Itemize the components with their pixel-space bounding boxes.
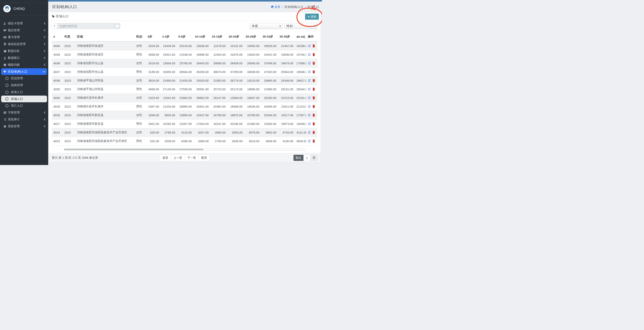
top-accent-bar [48,0,322,1]
edit-icon[interactable] [308,96,311,99]
cell-actions [306,67,318,76]
cell-age0: 3924.00 [146,76,160,85]
cell-age0: 532.00 [146,137,160,145]
delete-icon[interactable] [312,139,315,143]
sidebar: CHENQ 报告卡管理 随访管理 重卡管理 [0,0,48,165]
delete-icon[interactable] [312,131,315,134]
pie-chart-icon [3,49,6,52]
edit-icon[interactable] [308,113,311,117]
cell-id: 4029 [52,102,63,111]
edit-icon[interactable] [308,105,311,108]
population-table: # 年度 区域 性别 0岁 1-4岁 5-9岁 10-14岁 15-19岁 20… [52,32,318,146]
sidebar-item-system-mgmt[interactable]: 系统管理 [0,123,48,130]
cell-age35-39: 19036.00 [278,50,295,59]
cell-age10-14: 15447.00 [193,111,210,119]
sidebar-item-label: 重卡管理 [8,35,44,39]
cell-gender: 女性 [135,76,146,85]
sidebar-subitem-death-population[interactable]: 死亡人口 [0,102,48,109]
horizontal-scrollbar-thumb[interactable] [64,149,203,150]
record-summary: 显示 第 1 页/共 172 页 2056 条记录 [52,156,98,160]
prev-page-button[interactable]: 上一页 [171,154,185,161]
sidebar-item-duplicate-card[interactable]: 重卡管理 [0,34,48,41]
cell-age40-44: 21223.00 [295,102,306,111]
add-button[interactable]: + 添加 [305,13,319,20]
sidebar-item-report-card[interactable]: 报告卡管理 [0,20,48,27]
panel-body: ▼ 年度 ▲▼ 性别 ▲▼ [48,21,320,151]
sidebar-item-label: 字典管理 [8,111,44,114]
delete-icon[interactable] [312,96,315,99]
delete-icon[interactable] [312,122,315,125]
chevron-left-icon [44,49,46,53]
sidebar-subitem-regional-population[interactable]: 区域人口 [1,96,47,102]
year-select[interactable]: 年度 ▲▼ [250,23,283,29]
edit-icon[interactable] [308,87,311,91]
col-header-age5-9: 5-9岁 [177,32,193,41]
edit-icon[interactable] [308,79,311,82]
delete-icon[interactable] [312,61,315,65]
cell-age1-4: 16355.00 [160,67,177,76]
user-panel: CHENQ [0,3,48,15]
region-filter-checkbox[interactable] [116,24,119,28]
sidebar-item-data-interface[interactable]: 数据接口 [0,54,48,61]
delete-icon[interactable] [312,44,315,47]
tag-icon [52,15,55,18]
cell-year: 2023 [63,85,76,93]
cell-gender: 男性 [135,137,146,145]
sidebar-item-aux-functions[interactable]: 辅助功能 [0,61,48,68]
edit-icon[interactable] [308,61,311,65]
user-name: CHENQ [14,7,25,11]
sidebar-subitem-district-mgmt[interactable]: 区划管理 [0,75,48,82]
cell-actions [306,76,318,85]
delete-icon[interactable] [312,53,315,56]
sidebar-item-base-info[interactable]: 基础信息管理 [0,41,48,48]
chevron-left-icon [44,42,46,46]
sidebar-subitem-org-mgmt[interactable]: 机构管理 [0,82,48,89]
cell-age35-39: 18117.00 [278,111,295,119]
sidebar-item-data-analysis[interactable]: 数据分析 [0,48,48,54]
caret-down-icon: ▼ [54,25,56,27]
edit-icon[interactable] [308,70,311,73]
cell-actions [306,93,318,102]
cell-id: 4039 [52,50,63,59]
edit-icon[interactable] [308,122,311,125]
cell-age5-9: 26965.00 [177,102,193,111]
cell-age15-19: 21955.00 [210,76,227,85]
sidebar-item-system-audit[interactable]: 系统审计 [0,116,48,123]
cell-region: 河南省洛阳市洛阳高新技术产业开发区 [76,128,135,137]
cell-age20-24: 16588.00 [227,102,244,111]
edit-icon[interactable] [308,44,311,47]
cell-age25-29: 18536.00 [244,102,261,111]
goto-page-input[interactable] [304,155,310,161]
edit-icon[interactable] [308,131,311,134]
breadcrumb-home-link[interactable]: 首页 [271,5,280,9]
sidebar-item-dictionary[interactable]: 字典管理 [0,109,48,116]
delete-icon[interactable] [312,113,315,117]
chevron-left-icon [44,118,46,121]
sidebar-item-followup[interactable]: 随访管理 [0,27,48,34]
cell-age10-14: 3460.00 [193,137,210,145]
table-body: 4040 2022 河南省洛阳市洛龙区 女性 2524.00 14428.00 … [52,41,318,146]
cell-id: 4038 [52,59,63,67]
first-page-button[interactable]: 首页 [160,154,171,161]
sidebar-subitem-standard-population[interactable]: 标准人口 [0,89,48,96]
delete-icon[interactable] [312,79,315,82]
delete-icon[interactable] [312,87,315,91]
gender-select[interactable]: 性别 ▲▼ [284,23,318,29]
last-page-button[interactable]: 尾页 [198,154,210,161]
cell-year: 2023 [63,76,76,85]
delete-icon[interactable] [312,105,315,108]
cell-age15-19: 18241.00 [210,119,227,128]
delete-icon[interactable] [312,70,315,73]
sidebar-item-region-org-population[interactable]: 区划/机构/人口 [1,68,47,75]
region-filter-dropdown-button[interactable]: ▼ [52,23,57,29]
region-filter-input[interactable] [57,23,114,29]
next-page-button[interactable]: 下一页 [184,154,199,161]
cell-age15-19: 2660.00 [210,128,227,137]
edit-icon[interactable] [308,139,311,143]
horizontal-scrollbar-track[interactable] [64,148,306,151]
cell-year: 2022 [63,67,76,76]
edit-icon[interactable] [308,53,311,56]
cell-age10-14: 26862.00 [193,93,210,102]
cell-region: 河南省洛阳市洛阳高新技术产业开发区 [76,137,135,145]
col-header-gender: 性别 [135,32,146,41]
